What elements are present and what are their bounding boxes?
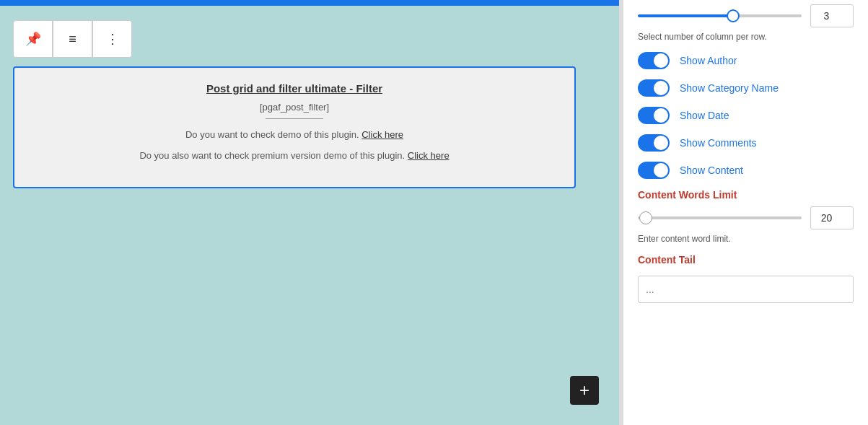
content-tail-section: Content Tail (638, 254, 854, 303)
toggle-row-show-author: Show Author (638, 52, 854, 69)
premium-link[interactable]: Click here (408, 150, 450, 161)
toggle-row-show-content: Show Content (638, 162, 854, 179)
show-comments-toggle[interactable] (638, 134, 670, 152)
toggle-row-show-date: Show Date (638, 107, 854, 124)
content-limit-input[interactable] (810, 206, 854, 229)
columns-helper: Select number of column per row. (638, 32, 854, 42)
widget-divider (266, 118, 323, 119)
toggle-row-show-comments: Show Comments (638, 134, 854, 152)
widget-demo-text: Do you want to check demo of this plugin… (36, 128, 553, 143)
right-panel: Select number of column per row. Show Au… (623, 0, 868, 425)
show-category-toggle[interactable] (638, 79, 670, 97)
left-panel: 📌 ≡ ⋮ Post grid and filter ultimate - Fi… (0, 0, 619, 425)
content-limit-helper: Enter content word limit. (638, 234, 854, 244)
pin-button[interactable]: 📌 (13, 20, 53, 58)
content-limit-row (638, 206, 854, 229)
toggle-row-show-category: Show Category Name (638, 79, 854, 97)
show-author-toggle[interactable] (638, 52, 670, 69)
columns-slider-thumb[interactable] (727, 9, 740, 22)
top-bar (0, 0, 619, 6)
show-date-toggle[interactable] (638, 107, 670, 124)
premium-text-label: Do you also want to check premium versio… (139, 150, 405, 161)
demo-text-label: Do you want to check demo of this plugin… (185, 129, 359, 140)
more-button[interactable]: ⋮ (92, 20, 132, 58)
content-limit-slider-thumb[interactable] (639, 211, 652, 224)
show-content-label: Show Content (680, 165, 743, 176)
show-author-label: Show Author (680, 55, 737, 66)
content-tail-input[interactable] (638, 276, 854, 303)
content-limit-slider-track[interactable] (638, 216, 802, 219)
columns-slider-row (638, 0, 854, 27)
widget-premium-text: Do you also want to check premium versio… (36, 149, 553, 164)
widget-title: Post grid and filter ultimate - Filter (36, 82, 553, 95)
show-comments-label: Show Comments (680, 137, 757, 149)
widget-box: Post grid and filter ultimate - Filter [… (13, 66, 576, 188)
content-words-limit-label: Content Words Limit (638, 189, 854, 201)
columns-input[interactable] (810, 4, 854, 27)
show-date-label: Show Date (680, 110, 729, 121)
show-category-label: Show Category Name (680, 82, 779, 94)
content-tail-label: Content Tail (638, 254, 854, 266)
widget-shortcode: [pgaf_post_filter] (36, 102, 553, 113)
show-content-toggle[interactable] (638, 162, 670, 179)
demo-link[interactable]: Click here (361, 129, 403, 140)
add-button[interactable]: + (570, 376, 599, 405)
align-button[interactable]: ≡ (53, 20, 92, 58)
toolbar: 📌 ≡ ⋮ (13, 20, 157, 58)
columns-slider-track[interactable] (638, 14, 802, 17)
